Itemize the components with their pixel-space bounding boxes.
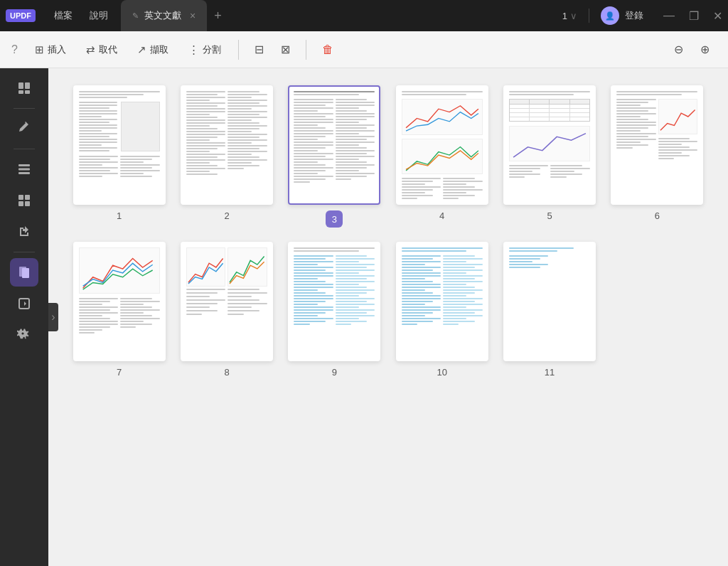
tab-edit-icon: ✎ xyxy=(132,11,139,21)
sidebar-divider-2 xyxy=(14,149,35,149)
page-number-8: 8 xyxy=(224,367,229,378)
split-label: 分割 xyxy=(203,43,221,56)
page-thumb-5[interactable] xyxy=(503,85,596,205)
page-number-6: 6 xyxy=(655,210,660,221)
svg-rect-12 xyxy=(22,268,29,278)
svg-rect-6 xyxy=(18,172,30,174)
page-item[interactable]: 5 xyxy=(501,85,597,228)
page-item[interactable]: 1 xyxy=(71,85,167,228)
sidebar-settings-icon[interactable] xyxy=(10,321,38,349)
page-number-1: 1 xyxy=(117,210,122,221)
page-number-10: 10 xyxy=(437,367,446,378)
zoom-out-btn[interactable]: ⊖ xyxy=(667,38,690,60)
svg-rect-8 xyxy=(25,195,30,200)
help-btn[interactable]: ? xyxy=(11,43,18,56)
page-thumb-11[interactable] xyxy=(503,242,596,361)
menu-file[interactable]: 檔案 xyxy=(47,6,80,25)
toolbar-divider-2 xyxy=(306,40,306,60)
sidebar-grid-icon[interactable] xyxy=(10,186,38,215)
tab-main[interactable]: ✎ 英文文獻 × xyxy=(121,0,207,31)
page-indicator[interactable]: 1 ∨ xyxy=(562,11,577,21)
page-thumb-8[interactable] xyxy=(181,242,273,361)
split-btn[interactable]: ⋮ 分割 xyxy=(180,39,230,60)
split-icon: ⋮ xyxy=(188,43,199,56)
minimize-btn[interactable]: — xyxy=(658,9,680,23)
page-number-4: 4 xyxy=(439,210,444,221)
page-number-11: 11 xyxy=(545,367,555,378)
replace-btn[interactable]: ⇄ 取代 xyxy=(77,39,126,60)
page-thumb-6[interactable] xyxy=(611,85,703,205)
toolbar-divider-1 xyxy=(238,40,239,60)
svg-rect-0 xyxy=(18,82,23,89)
user-login-btn[interactable]: 登錄 xyxy=(625,9,643,22)
page-number-7: 7 xyxy=(117,367,122,378)
sidebar-export-icon[interactable] xyxy=(10,218,38,246)
insert-icon: ⊞ xyxy=(35,43,44,56)
tab-area: ✎ 英文文獻 × + xyxy=(121,0,562,31)
page-item[interactable]: 10 xyxy=(394,242,490,378)
content-area: 1 xyxy=(48,68,728,566)
svg-rect-2 xyxy=(18,90,23,94)
sidebar-list-icon[interactable] xyxy=(10,155,38,183)
zoom-controls: ⊖ ⊕ xyxy=(667,38,717,60)
sidebar-rotate-icon[interactable] xyxy=(10,289,38,318)
menu-bar: 檔案 說明 xyxy=(47,6,115,25)
page-thumb-2[interactable] xyxy=(181,85,273,205)
replace-label: 取代 xyxy=(99,43,117,56)
page-item[interactable]: 6 xyxy=(609,85,705,228)
page-item[interactable]: 9 xyxy=(287,242,382,378)
toolbar: ? ⊞ 插入 ⇄ 取代 ↗ 擷取 ⋮ 分割 ⊟ ⊠ 🗑 ⊖ ⊕ xyxy=(0,31,728,68)
page-item[interactable]: 2 xyxy=(178,85,274,228)
page-item[interactable]: 3 xyxy=(287,85,382,228)
page-number-5: 5 xyxy=(547,210,552,221)
insert-btn[interactable]: ⊞ 插入 xyxy=(26,39,75,60)
svg-rect-1 xyxy=(25,82,30,89)
page-thumb-3[interactable] xyxy=(288,85,380,205)
sidebar-divider-3 xyxy=(14,252,35,252)
tab-label: 英文文獻 xyxy=(144,9,181,22)
svg-rect-3 xyxy=(25,90,30,94)
arrange-btn-1[interactable]: ⊟ xyxy=(247,38,271,60)
page-thumb-10[interactable] xyxy=(396,242,488,361)
page-number-9: 9 xyxy=(332,367,337,378)
arrange-btn-2[interactable]: ⊠ xyxy=(274,38,297,60)
user-avatar: 👤 xyxy=(601,6,619,25)
insert-label: 插入 xyxy=(48,43,66,56)
maximize-btn[interactable]: ❐ xyxy=(683,9,705,23)
page-number-2: 2 xyxy=(224,210,229,221)
svg-rect-9 xyxy=(18,201,23,206)
title-bar: UPDF 檔案 說明 ✎ 英文文獻 × + 1 ∨ 👤 登錄 — ❐ ✕ xyxy=(0,0,728,31)
page-thumb-1[interactable] xyxy=(73,85,166,205)
svg-rect-5 xyxy=(18,169,30,171)
extract-btn[interactable]: ↗ 擷取 xyxy=(129,39,177,60)
tab-add-btn[interactable]: + xyxy=(207,9,229,23)
sidebar-pen-icon[interactable] xyxy=(10,114,38,143)
sidebar-thumbnail-icon[interactable] xyxy=(10,74,38,102)
page-item[interactable]: 7 xyxy=(71,242,167,378)
page-thumb-4[interactable] xyxy=(396,85,488,205)
main-layout: › xyxy=(0,68,728,566)
extract-icon: ↗ xyxy=(137,43,146,56)
page-number-badge-3: 3 xyxy=(326,210,343,228)
svg-rect-7 xyxy=(18,195,23,200)
sidebar-divider-1 xyxy=(14,108,35,109)
page-thumb-7[interactable] xyxy=(73,242,166,361)
page-item[interactable]: 8 xyxy=(178,242,274,378)
menu-help[interactable]: 說明 xyxy=(82,6,115,25)
svg-rect-10 xyxy=(25,201,30,206)
page-grid: 1 xyxy=(71,85,705,378)
title-bar-right: 1 ∨ 👤 登錄 xyxy=(562,6,643,25)
replace-icon: ⇄ xyxy=(86,43,95,56)
close-btn[interactable]: ✕ xyxy=(707,9,728,23)
delete-btn[interactable]: 🗑 xyxy=(315,39,341,60)
extract-label: 擷取 xyxy=(150,43,168,56)
page-item[interactable]: 11 xyxy=(501,242,597,378)
sidebar-pages-icon[interactable] xyxy=(10,258,38,287)
tab-close-btn[interactable]: × xyxy=(190,10,196,21)
sidebar-collapse-btn[interactable]: › xyxy=(48,303,58,331)
svg-rect-4 xyxy=(18,164,30,166)
app-logo: UPDF xyxy=(6,9,36,22)
page-item[interactable]: 4 xyxy=(394,85,490,228)
page-thumb-9[interactable] xyxy=(288,242,380,361)
zoom-in-btn[interactable]: ⊕ xyxy=(693,38,717,60)
